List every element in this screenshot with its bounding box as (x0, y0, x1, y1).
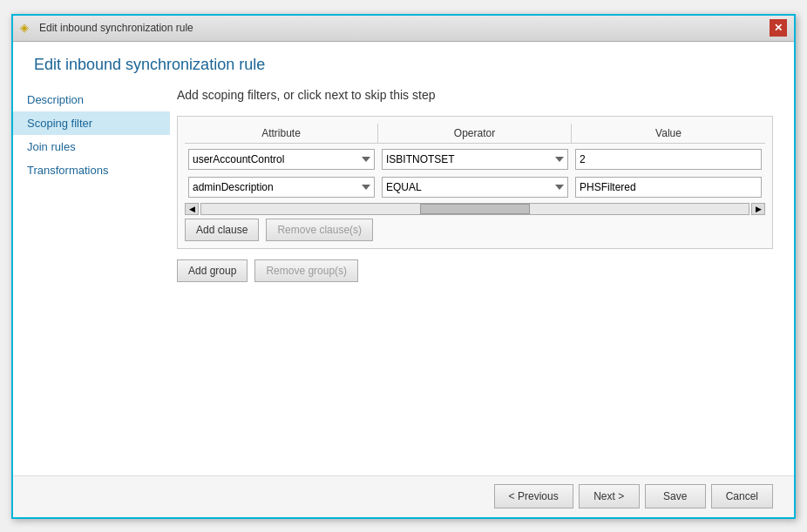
sidebar-item-description[interactable]: Description (13, 88, 170, 111)
filter-row-1: userAccountControl ISBITNOTSET (185, 147, 765, 172)
save-button[interactable]: Save (645, 484, 706, 508)
remove-clause-button[interactable]: Remove clause(s) (266, 219, 373, 241)
group-buttons: Add group Remove group(s) (177, 259, 773, 282)
operator-select-2[interactable]: EQUAL (382, 177, 568, 198)
scroll-left-button[interactable]: ◀ (185, 203, 199, 215)
footer: < Previous Next > Save Cancel (13, 475, 794, 517)
attribute-select-1[interactable]: userAccountControl (188, 149, 375, 170)
header-attribute: Attribute (185, 124, 378, 143)
filter-cell-val-2 (572, 175, 765, 199)
title-bar: ◈ Edit inbound synchronization rule ✕ (13, 16, 794, 42)
filter-cell-val-1 (572, 147, 765, 172)
sidebar-item-scoping-filter[interactable]: Scoping filter (13, 111, 170, 135)
horizontal-scrollbar: ◀ ▶ (185, 203, 765, 215)
title-bar-left: ◈ Edit inbound synchronization rule (20, 21, 193, 35)
scroll-right-button[interactable]: ▶ (751, 203, 765, 215)
filter-row-2: adminDescription EQUAL (185, 175, 765, 199)
page-title: Edit inbound synchronization rule (34, 56, 773, 74)
add-group-button[interactable]: Add group (177, 259, 248, 282)
scrollbar-thumb (420, 204, 530, 214)
sidebar-item-join-rules[interactable]: Join rules (13, 135, 170, 158)
remove-group-button[interactable]: Remove group(s) (254, 259, 358, 282)
add-clause-button[interactable]: Add clause (185, 219, 259, 241)
sidebar-item-transformations[interactable]: Transformations (13, 158, 170, 182)
content-area: Edit inbound synchronization rule Descri… (13, 42, 794, 475)
header-operator: Operator (378, 124, 572, 143)
filter-cell-op-1: ISBITNOTSET (378, 147, 572, 172)
filter-cell-attr-2: adminDescription (185, 175, 378, 199)
main-window: ◈ Edit inbound synchronization rule ✕ Ed… (11, 14, 796, 519)
header-value: Value (572, 124, 765, 143)
step-instruction: Add scoping filters, or click next to sk… (177, 88, 773, 102)
main-layout: Description Scoping filter Join rules Tr… (13, 81, 794, 475)
filter-cell-attr-1: userAccountControl (185, 147, 378, 172)
page-header: Edit inbound synchronization rule (13, 42, 794, 81)
value-input-2[interactable] (575, 177, 762, 198)
previous-button[interactable]: < Previous (494, 484, 573, 508)
next-button[interactable]: Next > (579, 484, 640, 508)
close-button[interactable]: ✕ (770, 19, 787, 37)
sidebar: Description Scoping filter Join rules Tr… (13, 81, 170, 475)
main-content: Add scoping filters, or click next to sk… (170, 81, 794, 475)
cancel-button[interactable]: Cancel (711, 484, 773, 508)
title-bar-text: Edit inbound synchronization rule (39, 22, 193, 34)
attribute-select-2[interactable]: adminDescription (188, 177, 375, 198)
filter-table-header: Attribute Operator Value (185, 124, 765, 144)
app-icon: ◈ (20, 21, 34, 35)
filter-table-container: Attribute Operator Value userAccountCont… (177, 116, 773, 249)
operator-select-1[interactable]: ISBITNOTSET (382, 149, 568, 170)
filter-cell-op-2: EQUAL (378, 175, 572, 199)
scrollbar-track[interactable] (200, 203, 749, 215)
value-input-1[interactable] (575, 149, 762, 170)
clause-buttons: Add clause Remove clause(s) (185, 219, 765, 241)
